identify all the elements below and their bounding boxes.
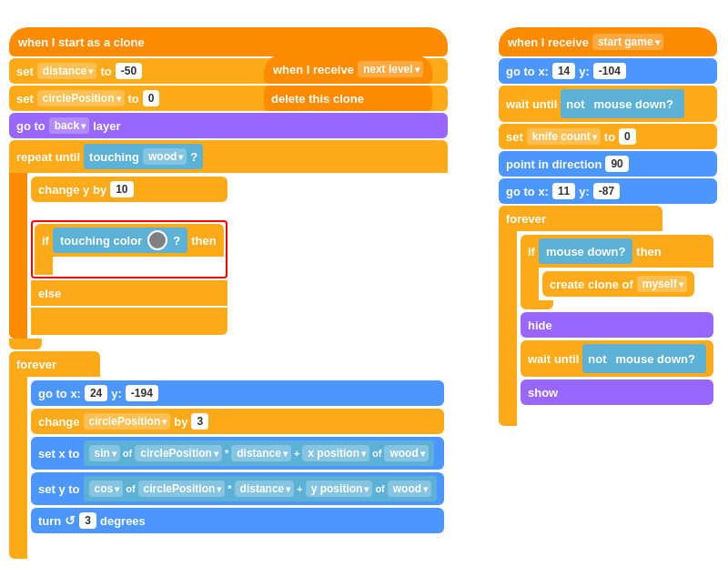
mousedown-cond2: mouse down? bbox=[539, 238, 632, 264]
set-x-block: set x to sin of circlePosition * distanc… bbox=[31, 437, 444, 470]
delete-clone-block: delete this clone bbox=[264, 86, 432, 111]
right-goto-x1[interactable]: 14 bbox=[552, 63, 575, 79]
y-value[interactable]: 10 bbox=[110, 181, 133, 197]
touching-color-condition: touching color ? bbox=[53, 228, 187, 253]
distance-sin[interactable]: distance bbox=[231, 445, 291, 461]
circleposition-dropdown[interactable]: circlePosition bbox=[37, 90, 125, 106]
color-swatch[interactable] bbox=[147, 230, 167, 250]
hat-next-level: when I receive next level bbox=[264, 55, 432, 84]
start-game-dropdown[interactable]: start game bbox=[592, 34, 663, 50]
turn-block: turn ↺ 3 degrees bbox=[31, 508, 444, 533]
hat-block-clone: when I start as a clone bbox=[9, 27, 448, 56]
myself-dropdown[interactable]: myself bbox=[637, 276, 687, 292]
next-level-dropdown[interactable]: next level bbox=[358, 61, 423, 77]
right-goto-y1[interactable]: -104 bbox=[593, 63, 626, 79]
back-dropdown[interactable]: back bbox=[49, 117, 89, 134]
turn-icon: ↺ bbox=[65, 513, 76, 528]
circlepos-sin[interactable]: circlePosition bbox=[135, 445, 222, 461]
cos-expression: cos of circlePosition * distance + y pos… bbox=[84, 476, 438, 501]
forever-right-block: forever if mouse down? then bbox=[499, 206, 717, 426]
goto-x-val[interactable]: 24 bbox=[85, 385, 107, 401]
wood-dropdown[interactable]: wood bbox=[143, 148, 187, 165]
circle-value[interactable]: 0 bbox=[143, 90, 160, 106]
forever-arrow-right: ↺ bbox=[695, 408, 706, 422]
distance-value[interactable]: -50 bbox=[116, 63, 142, 79]
circlepos-dropdown2[interactable]: circlePosition bbox=[84, 413, 171, 430]
right-goto-x2[interactable]: 11 bbox=[552, 183, 575, 199]
wood-sin[interactable]: wood bbox=[384, 445, 428, 461]
set-y-block: set y to cos of circlePosition * distanc… bbox=[31, 472, 444, 505]
ypos-dropdown[interactable]: y position bbox=[306, 481, 373, 497]
direction-val[interactable]: 90 bbox=[605, 156, 628, 172]
circle-by-val[interactable]: 3 bbox=[191, 413, 208, 430]
else-label: else bbox=[31, 280, 228, 306]
circlepos-cos[interactable]: circlePosition bbox=[138, 481, 226, 497]
repeat-until-block: repeat until touching wood ? change y by… bbox=[9, 140, 448, 349]
goto-layer-block: go to back layer bbox=[9, 113, 448, 138]
turn-degrees[interactable]: 3 bbox=[79, 512, 96, 529]
right-goto-y2[interactable]: -87 bbox=[593, 183, 620, 199]
if-mousedown-block: if mouse down? then create clone of myse… bbox=[521, 235, 713, 309]
mousedown-condition1: mouse down? bbox=[589, 91, 679, 116]
set-knife-count: set knife count to 0 bbox=[499, 124, 717, 149]
if-color-block: if touching color ? then bbox=[35, 224, 224, 275]
touching-wood-condition: touching wood ? bbox=[84, 144, 203, 169]
wait-until-block1: wait until not mouse down? bbox=[499, 86, 717, 122]
distance-cos[interactable]: distance bbox=[235, 481, 295, 497]
not-mousedown1: not mouse down? bbox=[561, 89, 684, 118]
change-circle-block: change circlePosition by 3 bbox=[31, 409, 444, 434]
forever-block: forever go to x: 24 y: -194 change circl… bbox=[9, 351, 448, 559]
mousedown-cond3: mouse down? bbox=[611, 346, 701, 371]
wood-cos[interactable]: wood bbox=[388, 481, 431, 497]
goto-xy-block: go to x: 24 y: -194 bbox=[31, 380, 444, 406]
wait-until-block2: wait until not mouse down? bbox=[521, 340, 713, 377]
point-direction-block: point in direction 90 bbox=[499, 151, 717, 177]
hat-start-game: when I receive start game bbox=[499, 27, 717, 56]
distance-dropdown[interactable]: distance bbox=[37, 63, 97, 79]
sin-dropdown[interactable]: sin bbox=[89, 445, 120, 461]
knife-count-val[interactable]: 0 bbox=[619, 128, 636, 145]
goto-y-val[interactable]: -194 bbox=[126, 385, 158, 401]
loop-arrow: ↱ bbox=[213, 204, 224, 218]
knife-count-dropdown[interactable]: knife count bbox=[527, 128, 601, 145]
goto-xy-right1: go to x: 14 y: -104 bbox=[499, 58, 717, 84]
goto-xy-right2: go to x: 11 y: -87 bbox=[499, 178, 717, 204]
show-block: show bbox=[521, 380, 713, 405]
hide-block: hide bbox=[521, 312, 713, 338]
sin-expression: sin of circlePosition * distance + x pos… bbox=[84, 440, 434, 466]
forever-arrow: ↺ bbox=[426, 536, 437, 551]
cos-dropdown[interactable]: cos bbox=[89, 481, 124, 497]
hat-label: when I start as a clone bbox=[18, 35, 145, 49]
xpos-dropdown[interactable]: x position bbox=[302, 445, 369, 461]
if-touching-color-container: if touching color ? then bbox=[31, 220, 228, 278]
change-y-block: change y by 10 bbox=[31, 177, 228, 202]
not-mousedown2: not mouse down? bbox=[582, 344, 706, 373]
create-clone-block: create clone of myself bbox=[542, 271, 694, 297]
